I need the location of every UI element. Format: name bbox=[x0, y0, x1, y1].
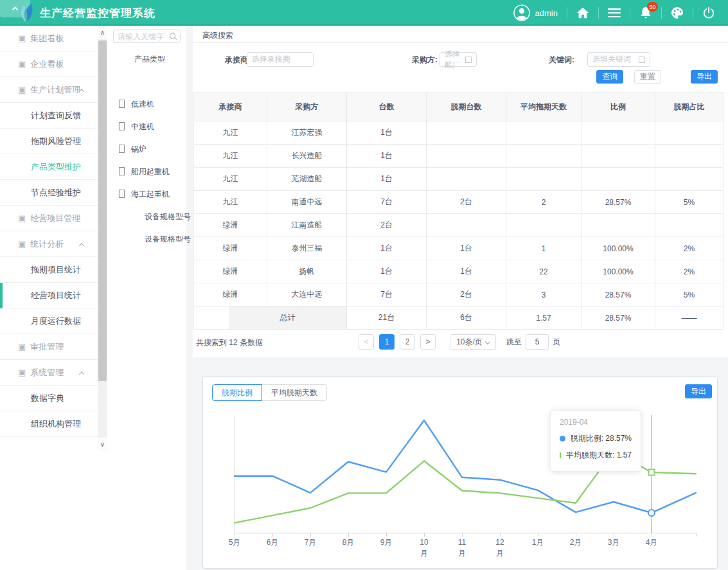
tab-delay-ratio[interactable]: 脱期比例 bbox=[212, 384, 262, 401]
jump-suffix: 页 bbox=[553, 337, 560, 348]
menu-button[interactable] bbox=[599, 0, 630, 26]
table-cell: 九江 bbox=[194, 191, 267, 214]
purchaser-input[interactable]: 选择船厂 bbox=[439, 52, 477, 67]
sidebar-item-统计分析[interactable]: ▣统计分析 bbox=[0, 231, 98, 257]
table-cell bbox=[506, 121, 582, 145]
filter-label-purchaser: 采购方: bbox=[412, 55, 438, 66]
sidebar-item-拖期项目统计[interactable]: 拖期项目统计 bbox=[0, 257, 98, 283]
table-cell bbox=[655, 168, 724, 191]
x-axis-label: 10 bbox=[420, 538, 429, 547]
home-button[interactable] bbox=[567, 0, 598, 26]
sidebar-scrollbar[interactable]: ∧ ∨ bbox=[98, 26, 107, 451]
tree-item-船用起重机[interactable]: 船用起重机 bbox=[119, 166, 170, 177]
tooltip-series-1: 脱期比例: 28.57% bbox=[571, 433, 632, 444]
next-page-button[interactable]: > bbox=[420, 334, 436, 350]
x-axis-label: 7月 bbox=[305, 538, 317, 547]
sidebar-item-审批管理[interactable]: ▣审批管理 bbox=[0, 334, 98, 360]
sidebar-item-计划查询反馈[interactable]: 计划查询反馈 bbox=[0, 103, 98, 129]
sidebar-item-集团看板[interactable]: ▣集团看板 bbox=[0, 26, 98, 51]
prev-page-button[interactable]: < bbox=[359, 334, 374, 350]
sidebar-item-经营项目管理[interactable]: ▣经营项目管理 bbox=[0, 206, 98, 231]
table-cell: 100.00% bbox=[582, 260, 655, 283]
tree-item-中速机[interactable]: 中速机 bbox=[119, 121, 154, 132]
statistics-table: 承接商采购方台数脱期台数平均拖期天数比例脱期占比 九江江苏宏强1台九江长兴造船1… bbox=[193, 92, 724, 330]
page-button-2[interactable]: 2 bbox=[400, 334, 415, 350]
table-row: 九江南通中远7台2台228.57%5% bbox=[194, 191, 724, 214]
table-cell: 江南造船 bbox=[267, 214, 347, 237]
chevron-up-icon bbox=[79, 371, 84, 377]
x-axis-label: 月 bbox=[496, 549, 504, 558]
tree-item-海工起重机[interactable]: 海工起重机 bbox=[119, 189, 170, 200]
tree-item-设备规格型号[interactable]: 设备规格型号 bbox=[145, 211, 191, 222]
tab-avg-delay-days[interactable]: 平均脱期天数 bbox=[262, 384, 327, 401]
table-row: 九江长兴造船1台 bbox=[194, 145, 724, 168]
sidebar-item-节点经验维护[interactable]: 节点经验维护 bbox=[0, 180, 98, 206]
table-cell: 大连中远 bbox=[267, 283, 347, 307]
notifications-button[interactable]: 50 bbox=[630, 0, 661, 26]
tree-item-设备规格型号[interactable]: 设备规格型号 bbox=[145, 234, 191, 245]
table-cell: 28.57% bbox=[582, 307, 655, 330]
scrollbar-thumb[interactable] bbox=[98, 40, 107, 381]
tree-node-icon bbox=[119, 145, 125, 153]
table-cell: 1台 bbox=[427, 237, 506, 260]
export-button[interactable]: 导出 bbox=[691, 70, 718, 84]
scroll-down-arrow[interactable]: ∨ bbox=[98, 438, 107, 451]
table-cell: 1台 bbox=[347, 168, 427, 191]
user-menu[interactable]: admin bbox=[511, 4, 567, 21]
hamburger-icon bbox=[608, 8, 621, 17]
dropdown-box-icon bbox=[639, 57, 645, 63]
column-header: 脱期台数 bbox=[427, 93, 506, 121]
theme-button[interactable] bbox=[662, 0, 693, 26]
tree-node-icon bbox=[119, 167, 125, 175]
tree-item-label: 中速机 bbox=[131, 122, 154, 131]
sidebar-item-数据字典[interactable]: 数据字典 bbox=[0, 386, 98, 411]
sidebar-item-组织机构管理[interactable]: 组织机构管理 bbox=[0, 411, 98, 437]
table-row: 绿洲泰州三福1台1台1100.00%2% bbox=[194, 237, 724, 260]
x-axis-label: 1月 bbox=[532, 538, 544, 547]
sidebar-item-产品类型维护[interactable]: 产品类型维护 bbox=[0, 154, 98, 180]
page-button-1[interactable]: 1 bbox=[379, 334, 395, 350]
table-cell: —— bbox=[655, 307, 724, 330]
sidebar-item-label: 审批管理 bbox=[30, 342, 64, 352]
sidebar-item-企业看板[interactable]: ▣企业看板 bbox=[0, 51, 98, 77]
menu-grid-icon: ▣ bbox=[18, 85, 26, 94]
menu-grid-icon: ▣ bbox=[18, 368, 26, 377]
query-button[interactable]: 查询 bbox=[596, 70, 623, 84]
jump-page-input[interactable] bbox=[526, 334, 549, 350]
keyword-input[interactable]: 选填关键词 bbox=[587, 52, 650, 67]
sidebar-item-拖期风险管理[interactable]: 拖期风险管理 bbox=[0, 129, 98, 154]
sidebar-item-系统管理[interactable]: ▣系统管理 bbox=[0, 360, 98, 386]
tree-item-label: 锅炉 bbox=[131, 145, 146, 154]
tree-item-label: 设备规格型号 bbox=[145, 212, 191, 221]
table-cell bbox=[427, 168, 506, 191]
table-row: 九江江苏宏强1台 bbox=[194, 121, 724, 145]
tree-search-input[interactable] bbox=[118, 30, 169, 42]
highlight-point-square bbox=[649, 470, 655, 476]
main-sidebar: ▣集团看板▣企业看板▣生产计划管理计划查询反馈拖期风险管理产品类型维护节点经验维… bbox=[0, 26, 107, 570]
contractor-input[interactable]: 选择承接商 bbox=[247, 52, 314, 67]
chart-card: 脱期比例 平均脱期天数 导出 5月6月7月8月9月10月11月12月1月2月3月… bbox=[202, 376, 718, 569]
tree-item-产品类型[interactable]: 产品类型 bbox=[134, 54, 165, 65]
table-cell: 6台 bbox=[427, 307, 506, 330]
page-size-value: 10条/页 bbox=[456, 337, 483, 348]
page-size-select[interactable]: 10条/页 bbox=[450, 334, 496, 350]
reset-button[interactable]: 重置 bbox=[634, 70, 661, 84]
total-label-cell: 总计 bbox=[194, 307, 347, 330]
logout-button[interactable] bbox=[693, 0, 724, 26]
search-icon bbox=[169, 32, 177, 40]
sidebar-item-label: 数据字典 bbox=[31, 393, 64, 403]
x-axis-label: 9月 bbox=[380, 538, 393, 547]
menu-grid-icon: ▣ bbox=[18, 213, 26, 223]
x-axis-label: 12 bbox=[495, 538, 504, 547]
table-cell: 28.57% bbox=[582, 191, 655, 214]
advanced-search-title: 高级搜索 bbox=[202, 30, 233, 41]
chart-export-button[interactable]: 导出 bbox=[685, 384, 712, 398]
tree-item-低速机[interactable]: 低速机 bbox=[119, 99, 154, 110]
scroll-up-arrow[interactable]: ∧ bbox=[98, 26, 107, 39]
table-cell: 1台 bbox=[347, 260, 427, 283]
sidebar-item-经营项目统计[interactable]: 经营项目统计 bbox=[0, 283, 98, 308]
tree-item-锅炉[interactable]: 锅炉 bbox=[119, 144, 146, 155]
tree-item-label: 低速机 bbox=[131, 100, 154, 109]
sidebar-item-月度运行数据[interactable]: 月度运行数据 bbox=[0, 308, 98, 334]
sidebar-item-生产计划管理[interactable]: ▣生产计划管理 bbox=[0, 77, 98, 103]
